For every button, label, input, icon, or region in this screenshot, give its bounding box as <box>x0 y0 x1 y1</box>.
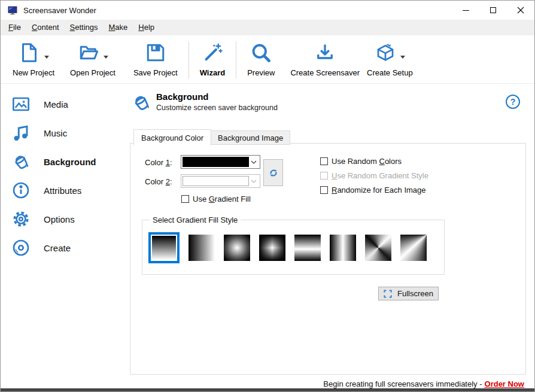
help-button[interactable]: ? <box>506 95 520 109</box>
order-now-link[interactable]: Order Now <box>485 379 524 388</box>
gradient-style-group: Select Gradient Fill Style <box>142 220 445 275</box>
music-note-icon <box>11 123 31 142</box>
menu-settings[interactable]: Settings <box>65 20 104 34</box>
color1-swatch <box>183 157 249 167</box>
minimize-icon <box>463 10 469 11</box>
menu-help[interactable]: Help <box>133 20 160 34</box>
app-window: Screensaver Wonder File Content Settings… <box>0 0 535 392</box>
background-color-panel: Color 1: Color 2: Use Gradient Fill <box>130 143 526 375</box>
open-project-button[interactable]: Open Project <box>66 39 119 78</box>
toolbar-separator <box>189 41 189 78</box>
chevron-down-icon <box>249 176 259 186</box>
color1-dropdown[interactable] <box>181 155 260 169</box>
new-project-dropdown-icon[interactable] <box>44 56 49 59</box>
checkbox-box <box>320 172 328 180</box>
media-icon <box>11 95 31 114</box>
use-random-gradient-style-checkbox: Use Random Gradient Style <box>320 171 428 180</box>
preview-button[interactable]: Preview <box>244 39 278 78</box>
tab-background-color[interactable]: Background Color <box>133 129 211 145</box>
swap-colors-button[interactable] <box>263 159 283 186</box>
gradient-swatch-wrap[interactable] <box>400 235 427 261</box>
menu-file[interactable]: File <box>3 20 26 34</box>
magnifier-icon <box>250 42 272 63</box>
tab-background-image[interactable]: Background Image <box>211 130 290 145</box>
disc-icon <box>11 238 31 257</box>
create-setup-dropdown-icon[interactable] <box>400 56 405 59</box>
page-subtitle: Customize screen saver background <box>156 104 278 112</box>
sidebar-item-attributes[interactable]: Attributes <box>1 176 127 205</box>
maximize-icon <box>490 7 496 13</box>
gradient-swatch-wrap[interactable] <box>330 235 356 261</box>
checkbox-box[interactable] <box>320 186 328 194</box>
menu-content[interactable]: Content <box>26 20 65 34</box>
use-random-colors-checkbox[interactable]: Use Random Colors <box>320 157 402 166</box>
gradient-swatch-corner-sweep[interactable] <box>400 235 427 261</box>
gear-icon <box>11 209 31 229</box>
randomize-for-each-image-checkbox[interactable]: Randomize for Each Image <box>320 186 426 195</box>
swap-colors-icon <box>268 167 279 179</box>
background-header-icon <box>131 92 151 113</box>
create-setup-button[interactable]: Create Setup <box>363 39 417 78</box>
maximize-button[interactable] <box>479 1 507 20</box>
color2-dropdown <box>181 174 260 188</box>
use-gradient-fill-checkbox[interactable]: Use Gradient Fill <box>181 195 251 203</box>
page-title: Background <box>156 92 209 102</box>
toolbar: New Project Open Project Save Project Wi… <box>1 35 534 84</box>
menu-make[interactable]: Make <box>104 20 133 34</box>
color2-label: Color 2: <box>145 177 172 186</box>
sidebar-item-music[interactable]: Music <box>1 118 127 147</box>
sidebar-item-background[interactable]: Background <box>1 147 127 176</box>
chevron-down-icon <box>249 157 259 167</box>
sidebar-item-create[interactable]: Create <box>1 233 127 262</box>
gradient-swatch-vertical[interactable] <box>152 236 176 260</box>
question-mark-icon: ? <box>510 97 516 107</box>
open-folder-icon <box>78 42 99 63</box>
sidebar: Media Music Background Attributes Option… <box>1 84 127 389</box>
download-icon <box>314 42 336 63</box>
gradient-swatch-wrap[interactable] <box>259 235 285 261</box>
minimize-button[interactable] <box>452 1 479 20</box>
new-project-button[interactable]: New Project <box>9 39 58 78</box>
status-line: Begin creating full screensavers immedia… <box>323 379 524 388</box>
gradient-swatch-wrap[interactable] <box>224 235 250 261</box>
gradient-swatch-diagonal-cross[interactable] <box>365 235 391 261</box>
gradient-swatch-horizontal[interactable] <box>189 235 215 261</box>
gradient-swatch-horizontal-reflected[interactable] <box>330 235 356 261</box>
gradient-swatch-rectangular[interactable] <box>259 235 285 261</box>
color1-label: Color 1: <box>145 158 172 167</box>
magic-wand-icon <box>202 42 223 63</box>
window-title: Screensaver Wonder <box>23 6 96 15</box>
paint-bucket-icon <box>11 152 31 171</box>
close-button[interactable] <box>507 1 534 20</box>
tab-strip: Background Color Background Image <box>133 129 290 145</box>
bottom-edge-strip <box>1 388 534 391</box>
app-monitor-icon <box>8 5 18 16</box>
title-bar: Screensaver Wonder <box>1 1 534 20</box>
create-screensaver-button[interactable]: Create Screensaver <box>287 39 363 78</box>
gradient-swatch-wrap[interactable] <box>294 235 321 261</box>
checkbox-box[interactable] <box>181 195 189 203</box>
wizard-button[interactable]: Wizard <box>196 39 229 78</box>
checkbox-box[interactable] <box>320 157 328 165</box>
sidebar-item-media[interactable]: Media <box>1 90 127 118</box>
gradient-swatch-wrap[interactable] <box>189 235 215 261</box>
fullscreen-button[interactable]: Fullscreen <box>378 287 439 300</box>
gradient-swatch-vertical-reflected[interactable] <box>294 235 321 261</box>
info-icon <box>11 181 31 200</box>
content-area: Background Customize screen saver backgr… <box>127 84 534 389</box>
new-document-icon <box>19 42 40 63</box>
status-text: Begin creating full screensavers immedia… <box>323 379 482 388</box>
fullscreen-icon <box>384 290 392 298</box>
save-project-button[interactable]: Save Project <box>130 39 181 78</box>
toolbar-separator <box>236 41 236 78</box>
sidebar-item-options[interactable]: Options <box>1 205 127 233</box>
menu-bar: File Content Settings Make Help <box>1 20 534 35</box>
close-icon <box>517 7 524 14</box>
gradient-swatch-wrap[interactable] <box>148 232 180 263</box>
floppy-disk-icon <box>145 42 166 63</box>
package-icon <box>375 42 396 63</box>
open-project-dropdown-icon[interactable] <box>104 56 108 59</box>
gradient-swatch-radial[interactable] <box>224 235 250 261</box>
gradient-swatch-wrap[interactable] <box>365 235 391 261</box>
color2-swatch <box>183 176 249 186</box>
